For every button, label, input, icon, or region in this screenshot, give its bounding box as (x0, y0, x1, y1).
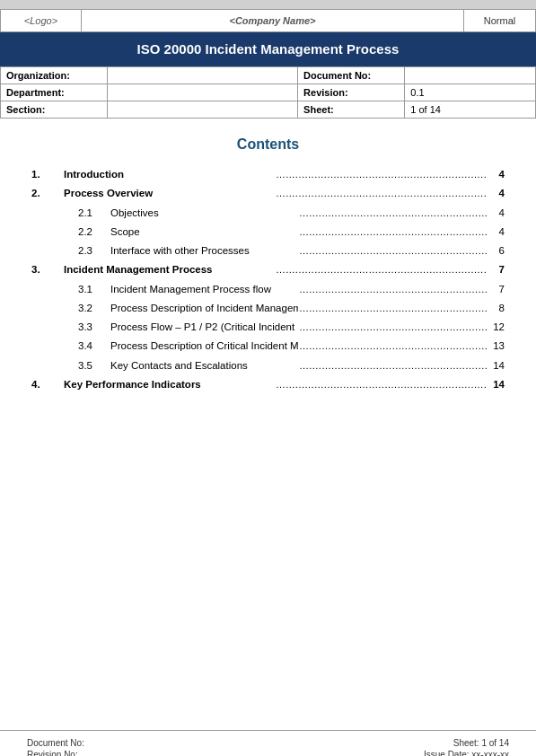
info-table: Organization: Document No: Department: R… (0, 66, 536, 119)
revision-value: 0.1 (405, 84, 536, 101)
toc-text: Scope (110, 224, 298, 240)
footer-right: Sheet: 1 of 14 Issue Date: xx-xxx-xx (424, 738, 509, 756)
toc-text: Key Contacts and Escalations (110, 358, 298, 374)
normal-label: Normal (484, 15, 515, 26)
toc-num: 2. (31, 186, 64, 201)
toc-page: 6 (487, 243, 505, 259)
sheet-value: 1 of 14 (405, 101, 536, 119)
toc-text: Incident Management Process flow (110, 282, 298, 297)
toc-dots: ........................................… (298, 206, 488, 221)
toc-item: 3.5Key Contacts and Escalations ........… (31, 358, 505, 374)
toc-item: 2.1Objectives ..........................… (31, 206, 505, 221)
toc-page: 14 (487, 358, 505, 374)
toc-page: 4 (487, 224, 505, 240)
toc-subnum: 3.2 (78, 301, 110, 316)
info-row-3: Section: Sheet: 1 of 14 (1, 101, 536, 119)
revision-label: Revision: (298, 84, 405, 101)
toc-dots: ........................................… (298, 338, 488, 354)
section-label: Section: (1, 101, 108, 119)
org-value (108, 67, 298, 84)
toc-text: Process Flow – P1 / P2 (Critical Inciden… (110, 320, 298, 335)
toc-text: Objectives (110, 206, 298, 221)
dept-label: Department: (1, 84, 108, 101)
toc-dots: ........................................… (298, 243, 488, 259)
toc-page: 13 (487, 338, 505, 354)
footer-docno: Document No: (27, 738, 84, 748)
toc-dots: ........................................… (275, 167, 488, 182)
toc-text: Process Description of Critical Incident… (110, 338, 298, 354)
title-bar: ISO 20000 Incident Management Process (0, 32, 536, 66)
toc-num: 3. (31, 262, 64, 277)
toc-text: Incident Management Process (64, 262, 275, 277)
docno-label: Document No: (298, 67, 405, 84)
toc-item: 3.3Process Flow – P1 / P2 (Critical Inci… (31, 320, 505, 335)
toc-subnum: 3.1 (78, 282, 110, 297)
header-table: <Logo> <Company Name> Normal (0, 9, 536, 32)
toc-item: 2.3Interface with other Processes ......… (31, 243, 505, 259)
company-name-cell: <Company Name> (82, 10, 464, 32)
toc-page: 7 (487, 282, 505, 297)
toc-subnum: 3.5 (78, 358, 110, 374)
toc-subnum: 2.1 (78, 206, 110, 221)
toc-subnum: 2.2 (78, 224, 110, 240)
content-area: Contents 1.Introduction ................… (0, 119, 536, 730)
toc-dots: ........................................… (275, 377, 488, 392)
footer-sheet: Sheet: 1 of 14 (424, 738, 509, 748)
company-name: <Company Name> (230, 15, 316, 26)
toc-dots: ........................................… (298, 358, 488, 374)
toc-dots: ........................................… (275, 186, 488, 201)
sheet-label: Sheet: (298, 101, 405, 119)
toc-item: 3.1Incident Management Process flow ....… (31, 282, 505, 297)
toc-text: Process Description of Incident Manageme… (110, 301, 298, 316)
toc-text: Interface with other Processes (110, 243, 298, 259)
info-row-1: Organization: Document No: (1, 67, 536, 84)
toc-dots: ........................................… (298, 282, 488, 297)
document-page: <Logo> <Company Name> Normal ISO 20000 I… (0, 9, 536, 756)
toc-dots: ........................................… (275, 262, 488, 277)
normal-cell: Normal (464, 10, 536, 32)
info-row-2: Department: Revision: 0.1 (1, 84, 536, 101)
logo-placeholder: <Logo> (24, 15, 57, 26)
toc-page: 12 (487, 320, 505, 335)
logo-cell: <Logo> (1, 10, 82, 32)
toc-item: 2.Process Overview .....................… (31, 186, 505, 201)
toc-subnum: 3.3 (78, 320, 110, 335)
toc-num: 4. (31, 377, 64, 392)
footer: Document No: Revision No: Sheet: 1 of 14… (0, 730, 536, 756)
toc-page: 4 (487, 167, 505, 182)
section-value (108, 101, 298, 119)
toc-dots: ........................................… (298, 320, 488, 335)
toc-page: 4 (487, 186, 505, 201)
toc-text: Process Overview (64, 186, 275, 201)
toc-item: 4.Key Performance Indicators ...........… (31, 377, 505, 392)
toc-item: 1.Introduction .........................… (31, 167, 505, 182)
toc-item: 3.Incident Management Process ..........… (31, 262, 505, 277)
toc-item: 3.2Process Description of Incident Manag… (31, 301, 505, 316)
footer-revision: Revision No: (27, 750, 84, 756)
document-title: ISO 20000 Incident Management Process (137, 41, 400, 57)
toc-text: Key Performance Indicators (64, 377, 275, 392)
toc-page: 8 (487, 301, 505, 316)
toc-item: 2.2Scope ...............................… (31, 224, 505, 240)
footer-left: Document No: Revision No: (27, 738, 84, 756)
toc-page: 4 (487, 206, 505, 221)
toc-num: 1. (31, 167, 64, 182)
toc-subnum: 3.4 (78, 338, 110, 354)
toc-container: 1.Introduction .........................… (31, 167, 505, 392)
toc-item: 3.4Process Description of Critical Incid… (31, 338, 505, 354)
toc-page: 7 (487, 262, 505, 277)
dept-value (108, 84, 298, 101)
toc-page: 14 (487, 377, 505, 392)
toc-dots: ........................................… (298, 301, 488, 316)
org-label: Organization: (1, 67, 108, 84)
toc-subnum: 2.3 (78, 243, 110, 259)
docno-value (405, 67, 536, 84)
toc-dots: ........................................… (298, 224, 488, 240)
footer-issue: Issue Date: xx-xxx-xx (424, 750, 509, 756)
toc-title: Contents (31, 136, 505, 153)
toc-text: Introduction (64, 167, 275, 182)
